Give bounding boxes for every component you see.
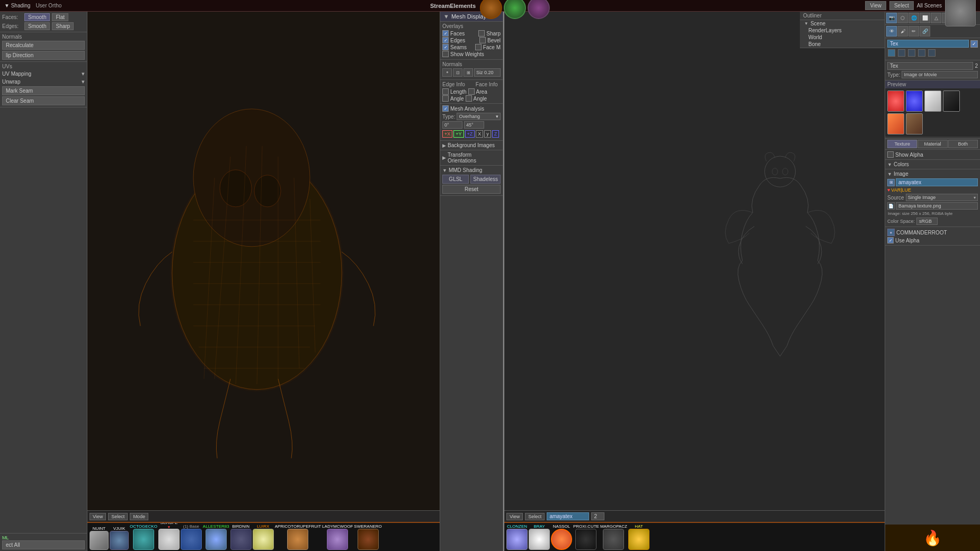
outliner-world[interactable]: World: [800, 34, 885, 41]
bevel-cb[interactable]: [479, 37, 486, 43]
tex-number-field[interactable]: [887, 62, 973, 70]
tex-slot-2[interactable]: [898, 49, 905, 57]
length-cb[interactable]: [442, 88, 449, 95]
edge-info-label: Edge Info: [442, 82, 465, 87]
texture-tab[interactable]: Texture: [887, 140, 917, 148]
octogecko-name: OCTOGECKO: [130, 524, 157, 529]
both-tab[interactable]: Both: [948, 140, 978, 148]
select-area: ML ect All: [0, 533, 87, 551]
select-btn-right[interactable]: Select: [525, 513, 545, 520]
view-button[interactable]: View: [865, 1, 886, 10]
outliner-rl-label: RenderLayers: [808, 28, 842, 33]
prop-icon-brush[interactable]: 🖌: [897, 26, 908, 37]
avatar-margopacz: MARGOPACZ: [600, 524, 627, 550]
view-btn-right[interactable]: View: [506, 513, 523, 520]
vjuik-icon: [110, 531, 129, 550]
outliner-renderlayers[interactable]: RenderLayers: [800, 27, 885, 34]
second-viewport[interactable]: View Select CLONZEN BRAY: [503, 12, 885, 551]
outliner-scene[interactable]: ▼ Scene: [800, 20, 885, 27]
app-container: ▼ Shading User Ortho StreamElements View…: [0, 0, 980, 551]
seams-cb-label: Seams: [450, 44, 474, 50]
file-row: 📄: [887, 202, 978, 210]
select-all-btn[interactable]: ect All: [2, 540, 85, 549]
tex-name-right[interactable]: [547, 512, 589, 520]
weights-cb[interactable]: [442, 51, 449, 57]
transform-header: ▶ Transform Orientations: [442, 152, 501, 164]
show-alpha-label: Show Alpha: [895, 152, 923, 158]
smooth-btn[interactable]: Smooth: [24, 13, 50, 21]
prop-icon-link[interactable]: 🔗: [920, 26, 930, 37]
apricot-icon: [287, 529, 308, 550]
tex-slot-4[interactable]: [918, 49, 925, 57]
reset-btn[interactable]: Reset: [442, 185, 501, 194]
norm-face-btn[interactable]: ⊡: [453, 68, 462, 77]
glsl-btn[interactable]: GLSL: [442, 175, 469, 184]
tex-num-right[interactable]: [591, 512, 604, 520]
prop-icon-eye[interactable]: 👁: [886, 26, 897, 37]
angle-val2[interactable]: [464, 121, 484, 129]
mark-seam-btn[interactable]: Mark Seam: [2, 86, 85, 95]
norm-split-btn[interactable]: ⊞: [464, 68, 473, 77]
flat-btn[interactable]: Flat: [52, 13, 68, 21]
edges-cb[interactable]: ✓: [442, 37, 449, 43]
sharp-btn[interactable]: Sharp: [52, 22, 74, 30]
center-viewport[interactable]: View Select Mode NUINT VJUIK: [87, 12, 440, 551]
shadeless-btn[interactable]: Shadeless: [470, 175, 501, 184]
recalculate-btn[interactable]: Recalculate: [2, 41, 85, 50]
y-btn[interactable]: y: [484, 130, 491, 138]
tex-checkbox[interactable]: ✓: [970, 40, 978, 48]
file-name-field[interactable]: [896, 202, 978, 210]
seams-cb[interactable]: ✓: [442, 44, 449, 50]
clear-seam-btn[interactable]: Clear Seam: [2, 96, 85, 105]
z-btn[interactable]: Z: [492, 130, 500, 138]
area-cb[interactable]: [468, 88, 475, 95]
overhang-dropdown[interactable]: Overhang ▾: [457, 113, 501, 120]
yp-btn[interactable]: +Y: [453, 130, 464, 138]
area-label: Area: [476, 89, 487, 95]
mesh-analysis-cb[interactable]: ✓: [442, 105, 449, 112]
x-btn[interactable]: X: [476, 130, 483, 138]
flip-direction-btn[interactable]: lip Direction: [2, 51, 85, 60]
outliner-bone[interactable]: Bone: [800, 41, 885, 48]
angle-val1[interactable]: [442, 121, 462, 129]
smooth2-btn[interactable]: Smooth: [24, 22, 50, 30]
tex-slot-5[interactable]: [928, 49, 936, 57]
prop-icon-edit[interactable]: ✏: [908, 26, 919, 37]
viewport-bottom-bar: View Select Mode: [87, 510, 440, 522]
avatar-sweranero: SWERANERO: [354, 524, 381, 550]
color-space-field[interactable]: [916, 218, 938, 225]
tex-type-section: 2 Type: Image or Movie: [885, 60, 980, 80]
xp-btn[interactable]: +X: [442, 130, 452, 138]
tex-slot-3[interactable]: [908, 49, 915, 57]
facem-cb[interactable]: [475, 44, 482, 50]
type-label: Type:: [442, 114, 455, 120]
tex-slot-1[interactable]: [888, 49, 895, 57]
source-dropdown[interactable]: Single Image ▾: [906, 194, 978, 201]
zp-btn[interactable]: +Z: [465, 130, 475, 138]
mesh-analysis-label: Mesh Analysis: [450, 106, 484, 112]
tex-name-field[interactable]: [887, 40, 969, 48]
mode-dropdown[interactable]: Mode: [130, 513, 148, 520]
norm-vertex-btn[interactable]: ⚬: [442, 68, 452, 77]
image-name-field[interactable]: [896, 178, 978, 186]
show-alpha-cb[interactable]: [887, 151, 894, 158]
main-content: Faces: Smooth Flat Edges: Smooth Sharp N…: [0, 12, 980, 551]
shading-indicator: ▼ Shading: [4, 3, 30, 8]
select-button[interactable]: Select: [889, 1, 914, 10]
angle1-cb[interactable]: [442, 95, 449, 102]
angle2-cb[interactable]: [466, 95, 472, 102]
base-label: (1) Base: [181, 524, 202, 550]
faces-cb[interactable]: ✓: [442, 30, 449, 37]
preview-header: Preview: [885, 80, 980, 88]
material-tab[interactable]: Material: [917, 140, 947, 148]
svg-point-21: [782, 168, 788, 175]
avatar-allester: ALLESTER83: [203, 524, 229, 550]
norm-size-field[interactable]: [474, 68, 501, 77]
select-btn-left[interactable]: Select: [108, 513, 128, 520]
sharp-cb[interactable]: [478, 30, 485, 37]
thumb-1: [887, 91, 904, 112]
use-alpha-cb[interactable]: ✓: [887, 237, 894, 243]
prop-tabs-row: Texture Material Both: [885, 139, 980, 150]
view-btn-left[interactable]: View: [90, 513, 106, 520]
type-dropdown[interactable]: Image or Movie: [902, 71, 978, 78]
